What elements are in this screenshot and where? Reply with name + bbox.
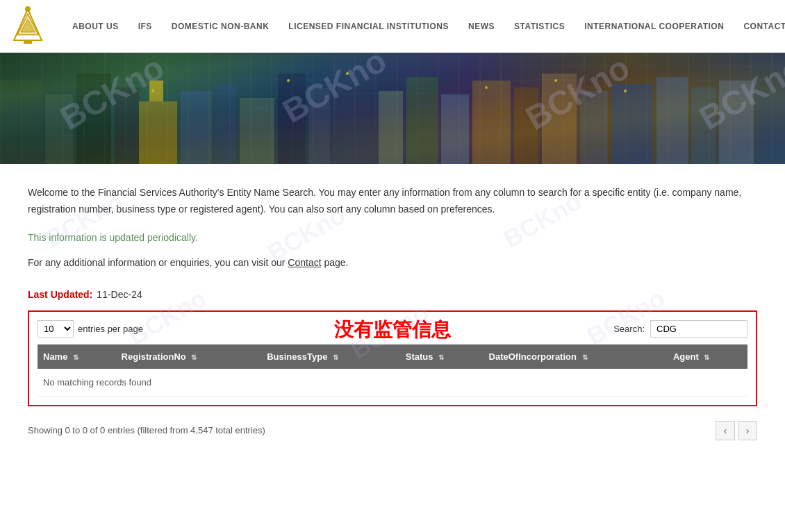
hero-svg [0, 53, 785, 164]
svg-point-32 [287, 79, 290, 82]
contact-text-after: page. [322, 257, 349, 268]
showing-text: Showing 0 to 0 of 0 entries (filtered fr… [28, 425, 265, 435]
table-row: No matching records found [38, 369, 747, 397]
sort-arrows-name: ⇅ [73, 354, 78, 361]
entries-per-page-select[interactable]: 10 25 50 100 [38, 320, 74, 338]
data-table: Name ⇅RegistrationNo ⇅BusinessType ⇅Stat… [38, 344, 747, 397]
table-header: Name ⇅RegistrationNo ⇅BusinessType ⇅Stat… [38, 344, 747, 369]
svg-rect-27 [656, 77, 688, 164]
svg-rect-22 [472, 81, 511, 164]
svg-point-31 [151, 90, 154, 92]
nav-item-statistics[interactable]: STATISTICS [504, 0, 575, 53]
search-label: Search: [613, 324, 645, 334]
svg-rect-20 [406, 77, 438, 164]
main-content: BCKno BCKno BCKno BCKno BCKno BCKno Welc… [0, 164, 785, 458]
no-info-alert: 没有监管信息 [334, 317, 451, 343]
last-updated-label: Last Updated: [28, 289, 92, 300]
logo-icon [7, 6, 49, 47]
last-updated-row: Last Updated: 11-Dec-24 [28, 289, 757, 300]
svg-point-35 [554, 79, 557, 82]
contact-link[interactable]: Contact [288, 257, 321, 268]
contact-paragraph: For any additional information or enquir… [28, 257, 757, 268]
table-header-row: Name ⇅RegistrationNo ⇅BusinessType ⇅Stat… [38, 344, 747, 369]
nav-item-contact-us[interactable]: CONTACT US [734, 0, 785, 53]
col-header-status[interactable]: Status ⇅ [400, 344, 484, 369]
pagination-row: Showing 0 to 0 of 0 entries (filtered fr… [28, 417, 757, 444]
search-input[interactable] [650, 320, 747, 338]
col-header-date-inc[interactable]: DateOfIncorporation ⇅ [484, 344, 668, 369]
svg-rect-11 [139, 101, 177, 164]
contact-text-before: For any additional information or enquir… [28, 257, 288, 268]
svg-rect-10 [115, 88, 139, 164]
svg-rect-19 [379, 91, 403, 164]
entries-label: entries per page [78, 324, 143, 334]
svg-rect-18 [333, 67, 375, 164]
svg-rect-14 [215, 84, 236, 164]
logo-area [7, 6, 49, 47]
svg-rect-9 [76, 74, 111, 164]
nav-item-about-us[interactable]: ABOUT US [63, 0, 129, 53]
sort-arrows-agent: ⇅ [704, 354, 709, 361]
navbar: ABOUT USIFSDOMESTIC NON-BANKLICENSED FIN… [0, 0, 785, 53]
svg-rect-29 [719, 81, 754, 164]
hero-banner: BCKno BCKno BCKno BCKno [0, 53, 785, 164]
svg-point-33 [346, 72, 349, 75]
description-text: Welcome to the Financial Services Author… [28, 185, 757, 218]
svg-rect-8 [45, 94, 73, 164]
search-control: Search: [613, 320, 747, 338]
nav-item-domestic-non-bank[interactable]: DOMESTIC NON-BANK [162, 0, 279, 53]
svg-rect-21 [441, 94, 469, 164]
svg-rect-7 [0, 81, 42, 164]
svg-rect-26 [611, 84, 653, 164]
last-updated-value: 11-Dec-24 [97, 289, 142, 300]
col-header-name[interactable]: Name ⇅ [38, 344, 116, 369]
col-header-reg-no[interactable]: RegistrationNo ⇅ [116, 344, 262, 369]
svg-rect-23 [514, 88, 538, 164]
svg-rect-25 [580, 91, 608, 164]
col-header-agent[interactable]: Agent ⇅ [668, 344, 747, 369]
prev-page-button[interactable]: ‹ [716, 421, 735, 440]
nav-item-intl-coop[interactable]: INTERNATIONAL COOPERATION [575, 0, 734, 53]
col-header-biz-type[interactable]: BusinessType ⇅ [261, 344, 400, 369]
svg-rect-16 [278, 74, 306, 164]
svg-rect-28 [691, 88, 716, 164]
nav-links: ABOUT USIFSDOMESTIC NON-BANKLICENSED FIN… [63, 0, 785, 53]
svg-rect-15 [240, 98, 274, 164]
svg-point-3 [25, 6, 31, 12]
update-note: This information is updated periodically… [28, 232, 757, 243]
svg-rect-24 [542, 74, 577, 164]
no-records-cell: No matching records found [38, 369, 747, 397]
sort-arrows-status: ⇅ [438, 354, 444, 361]
svg-rect-13 [181, 91, 212, 164]
nav-item-news[interactable]: NEWS [458, 0, 504, 53]
sort-arrows-reg-no: ⇅ [191, 354, 197, 361]
svg-rect-30 [757, 94, 785, 164]
svg-rect-17 [309, 88, 330, 164]
sort-arrows-date-inc: ⇅ [582, 354, 588, 361]
table-body: No matching records found [38, 369, 747, 397]
svg-point-34 [485, 86, 488, 89]
sort-arrows-biz-type: ⇅ [333, 354, 338, 361]
nav-item-licensed-fi[interactable]: LICENSED FINANCIAL INSTITUTIONS [279, 0, 458, 53]
svg-point-36 [624, 90, 627, 92]
entries-control: 10 25 50 100 entries per page [38, 320, 143, 338]
next-page-button[interactable]: › [738, 421, 757, 440]
nav-item-ifs[interactable]: IFS [129, 0, 162, 53]
pagination-buttons: ‹ › [716, 421, 757, 440]
